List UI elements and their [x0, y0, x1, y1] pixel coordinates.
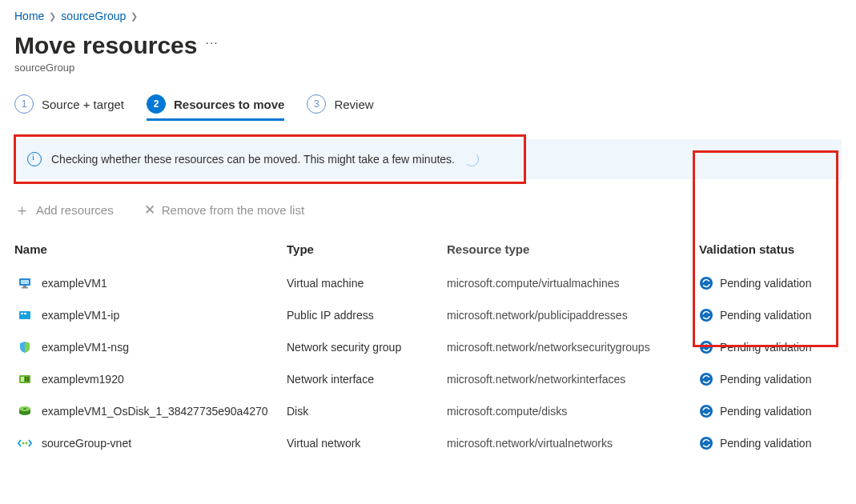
resource-name: sourceGroup-vnet	[42, 437, 131, 450]
resource-type-friendly: Virtual machine	[287, 277, 447, 290]
resource-type: microsoft.compute/disks	[447, 405, 699, 418]
validation-status: Pending validation	[720, 277, 811, 290]
stepper: 1 Source + target 2 Resources to move 3 …	[14, 94, 842, 120]
table-row[interactable]: examplevm1920Network interfacemicrosoft.…	[14, 363, 842, 395]
resource-table: Name Type Resource type Validation statu…	[14, 242, 842, 459]
step-source-target[interactable]: 1 Source + target	[14, 94, 124, 120]
resource-type-friendly: Public IP address	[287, 309, 447, 322]
resource-type: microsoft.compute/virtualmachines	[447, 277, 699, 290]
resource-name: exampleVM1	[42, 277, 107, 290]
remove-from-list-label: Remove from the move list	[162, 203, 304, 217]
step-label: Resources to move	[174, 98, 284, 111]
step-label: Source + target	[42, 98, 124, 111]
validation-status: Pending validation	[720, 341, 811, 354]
resource-type: microsoft.network/virtualnetworks	[447, 437, 699, 450]
ip-icon	[18, 308, 32, 322]
info-icon	[27, 152, 42, 166]
resource-type-friendly: Network security group	[287, 341, 447, 354]
vm-icon	[18, 276, 32, 290]
add-resources-label: Add resources	[36, 203, 114, 217]
sync-icon	[699, 308, 713, 322]
sync-icon	[699, 340, 713, 354]
sync-icon	[699, 372, 713, 386]
col-header-validation-status[interactable]: Validation status	[699, 242, 842, 256]
resource-type-friendly: Virtual network	[287, 437, 447, 450]
table-header: Name Type Resource type Validation statu…	[14, 242, 842, 267]
sync-icon	[699, 276, 713, 290]
step-number: 3	[307, 94, 326, 114]
resource-type-friendly: Network interface	[287, 373, 447, 386]
banner-text: Checking whether these resources can be …	[51, 153, 455, 166]
page-title: Move resources	[14, 32, 197, 58]
breadcrumb-group[interactable]: sourceGroup	[61, 10, 126, 22]
resource-name: examplevm1920	[42, 373, 124, 386]
table-row[interactable]: exampleVM1_OsDisk_1_38427735e90a4270Disk…	[14, 395, 842, 427]
toolbar: ＋ Add resources ✕ Remove from the move l…	[14, 202, 842, 218]
step-number: 2	[147, 94, 166, 114]
chevron-right-icon: ❯	[131, 11, 138, 22]
table-row[interactable]: exampleVM1-ipPublic IP addressmicrosoft.…	[14, 299, 842, 331]
breadcrumb-home[interactable]: Home	[14, 10, 44, 22]
table-row[interactable]: sourceGroup-vnetVirtual networkmicrosoft…	[14, 427, 842, 459]
chevron-right-icon: ❯	[49, 11, 56, 22]
disk-icon	[18, 404, 32, 418]
step-review[interactable]: 3 Review	[307, 94, 373, 120]
sync-icon	[699, 404, 713, 418]
resource-name: exampleVM1_OsDisk_1_38427735e90a4270	[42, 405, 268, 418]
spinner-icon	[464, 152, 479, 166]
resource-type: microsoft.network/networksecuritygroups	[447, 341, 699, 354]
resource-type: microsoft.network/networkinterfaces	[447, 373, 699, 386]
validation-status: Pending validation	[720, 309, 811, 322]
col-header-resource-type[interactable]: Resource type	[447, 242, 699, 256]
table-row[interactable]: exampleVM1Virtual machinemicrosoft.compu…	[14, 267, 842, 299]
resource-name: exampleVM1-ip	[42, 309, 119, 322]
col-header-validation-label: Validation status	[699, 242, 794, 256]
validation-status: Pending validation	[720, 373, 811, 386]
step-resources-to-move[interactable]: 2 Resources to move	[147, 94, 284, 120]
table-row[interactable]: exampleVM1-nsgNetwork security groupmicr…	[14, 331, 842, 363]
add-resources-button[interactable]: ＋ Add resources	[14, 203, 114, 217]
nsg-icon	[18, 340, 32, 354]
step-number: 1	[14, 94, 34, 114]
validation-banner: Checking whether these resources can be …	[14, 139, 842, 179]
resource-type-friendly: Disk	[287, 405, 447, 418]
x-icon: ✕	[144, 202, 155, 218]
vnet-icon	[18, 436, 32, 450]
sync-icon	[699, 436, 713, 450]
resource-type: microsoft.network/publicipaddresses	[447, 309, 699, 322]
col-header-type[interactable]: Type	[287, 242, 447, 256]
nic-icon	[18, 372, 32, 386]
remove-from-list-button[interactable]: ✕ Remove from the move list	[144, 202, 304, 218]
page-subtitle: sourceGroup	[14, 62, 842, 74]
validation-status: Pending validation	[720, 437, 811, 450]
breadcrumb: Home ❯ sourceGroup ❯	[14, 6, 842, 27]
resource-name: exampleVM1-nsg	[42, 341, 129, 354]
step-label: Review	[334, 98, 373, 111]
validation-status: Pending validation	[720, 405, 811, 418]
col-header-name[interactable]: Name	[14, 242, 287, 256]
more-options-button[interactable]: ···	[205, 36, 218, 55]
